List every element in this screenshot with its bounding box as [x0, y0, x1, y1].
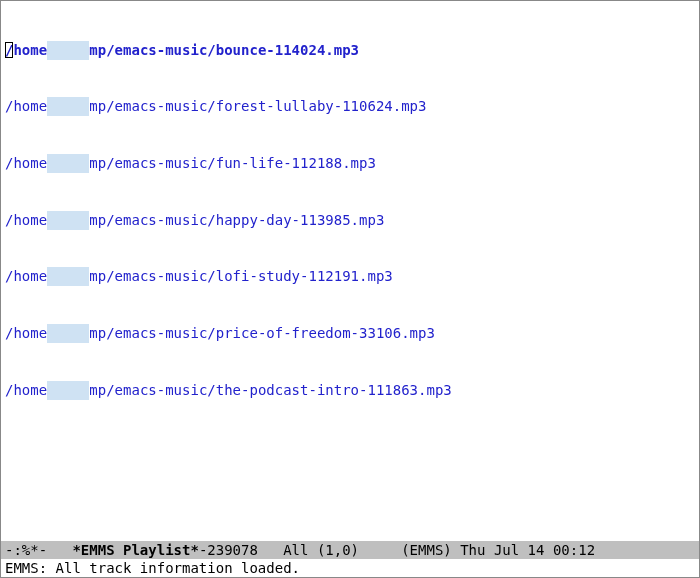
path-mid: mp/emacs-music/: [89, 382, 215, 398]
track-file: fun-life-112188.mp3: [216, 155, 376, 171]
track-file: bounce-114024.mp3: [216, 42, 359, 58]
path-mid: mp/emacs-music/: [89, 155, 215, 171]
modeline-buffer-name: *EMMS Playlist*: [72, 542, 198, 558]
path-prefix: /home: [5, 155, 47, 171]
track-file: happy-day-113985.mp3: [216, 212, 385, 228]
path-redacted: [47, 211, 89, 230]
playlist-track[interactable]: /home mp/emacs-music/forest-lullaby-1106…: [5, 97, 695, 116]
path-mid: mp/emacs-music/: [89, 42, 215, 58]
path-mid: mp/emacs-music/: [89, 325, 215, 341]
modeline-datetime: Thu Jul 14 00:12: [452, 542, 595, 558]
mode-line: -:%*- *EMMS Playlist*-239078 All (1,0) (…: [1, 541, 699, 559]
playlist-track[interactable]: /home mp/emacs-music/the-podcast-intro-1…: [5, 381, 695, 400]
path-mid: mp/emacs-music/: [89, 98, 215, 114]
path-prefix: /home: [5, 212, 47, 228]
playlist-track[interactable]: /home mp/emacs-music/happy-day-113985.mp…: [5, 211, 695, 230]
modeline-position: All (1,0): [258, 542, 401, 558]
path-redacted: [47, 97, 89, 116]
path-prefix: /home: [5, 98, 47, 114]
modeline-status: -:%*-: [5, 542, 72, 558]
path-redacted: [47, 154, 89, 173]
track-file: lofi-study-112191.mp3: [216, 268, 393, 284]
path-redacted: [47, 324, 89, 343]
modeline-mode: (EMMS): [401, 542, 452, 558]
path-prefix: /home: [5, 325, 47, 341]
path-redacted: [47, 267, 89, 286]
modeline-buffer-suffix: -239078: [199, 542, 258, 558]
playlist-track[interactable]: /home mp/emacs-music/fun-life-112188.mp3: [5, 154, 695, 173]
path-redacted: [47, 381, 89, 400]
point-cursor: [5, 42, 13, 57]
track-file: forest-lullaby-110624.mp3: [216, 98, 427, 114]
path-prefix: /home: [5, 382, 47, 398]
playlist-track[interactable]: /home mp/emacs-music/price-of-freedom-33…: [5, 324, 695, 343]
minibuffer-message: EMMS: All track information loaded.: [5, 560, 300, 576]
path-prefix: /home: [5, 268, 47, 284]
minibuffer: EMMS: All track information loaded.: [1, 559, 699, 577]
path-mid: mp/emacs-music/: [89, 212, 215, 228]
track-file: price-of-freedom-33106.mp3: [216, 325, 435, 341]
path-mid: mp/emacs-music/: [89, 268, 215, 284]
emms-playlist-buffer[interactable]: /home mp/emacs-music/bounce-114024.mp3 /…: [1, 1, 699, 541]
path-redacted: [47, 41, 89, 60]
playlist-track[interactable]: /home mp/emacs-music/lofi-study-112191.m…: [5, 267, 695, 286]
track-file: the-podcast-intro-111863.mp3: [216, 382, 452, 398]
playlist-track-current[interactable]: /home mp/emacs-music/bounce-114024.mp3: [5, 41, 695, 60]
